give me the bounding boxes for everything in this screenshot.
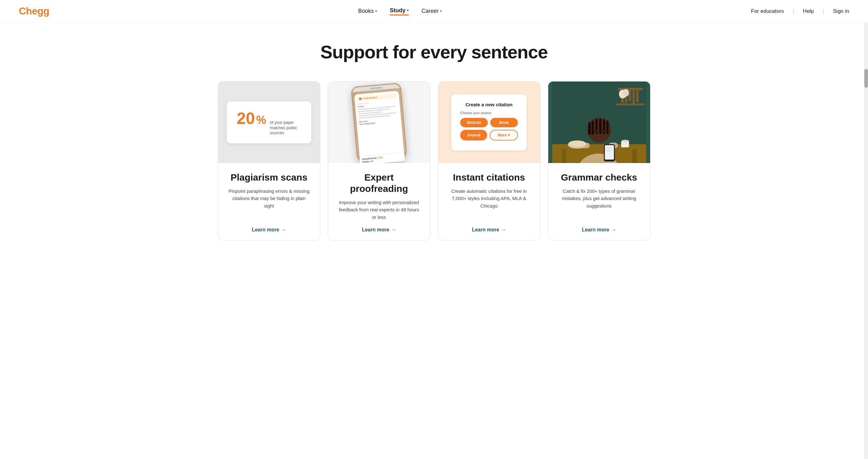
svg-rect-16 [591,121,594,135]
svg-rect-20 [606,120,609,134]
citations-card: Create a new citation Choose your source… [438,81,540,241]
arrow-icon: → [501,227,506,233]
nav-career[interactable]: Career ▾ [421,8,442,14]
grammar-illustration [548,82,650,163]
phone-mockup: Expert feedback October 9, 2021 Hi Arya,… [351,83,407,162]
nav-books[interactable]: Books ▾ [358,8,377,14]
nav-sign-in[interactable]: Sign in [833,8,849,14]
svg-rect-12 [632,149,637,163]
svg-rect-4 [628,90,631,101]
citation-widget: Create a new citation Choose your source… [452,94,527,151]
svg-rect-5 [632,90,635,103]
proofreading-card: Expert feedback October 9, 2021 Hi Arya,… [328,81,430,241]
svg-point-33 [621,140,629,142]
plagiarism-percent: 20 % of your paper matches public source… [237,109,301,136]
svg-rect-6 [636,90,639,102]
nav-right: For educators | Help | Sign in [751,8,849,14]
grammar-card-desc: Catch & fix 200+ types of grammar mistak… [557,187,641,221]
chevron-down-icon: ▾ [440,9,442,13]
svg-point-21 [594,129,597,133]
plagiarism-percent-number: 20 [237,109,255,128]
chevron-down-icon: ▾ [375,9,377,13]
arrow-icon: → [611,227,616,233]
svg-rect-15 [588,122,591,135]
plagiarism-learn-more[interactable]: Learn more → [227,227,311,233]
svg-rect-27 [605,147,613,148]
scrollbar[interactable] [864,0,868,459]
grammar-learn-more[interactable]: Learn more → [557,227,641,233]
scrollbar-thumb[interactable] [864,69,868,88]
citation-source-label: Choose your source: [460,111,518,115]
citation-buttons-row1: Website Book [460,118,518,127]
grammar-card-title: Grammar checks [557,172,641,183]
svg-rect-18 [599,119,601,134]
citations-card-title: Instant citations [447,172,531,183]
arrow-icon: → [281,227,286,233]
page-title: Support for every sentence [218,41,650,62]
cite-journal-button[interactable]: Journal [460,130,487,141]
arrow-icon: → [391,227,396,233]
proofreading-card-body: Expert proofreading Improve your writing… [328,163,430,240]
plagiarism-percent-text: of your paper matches public sources [270,120,301,136]
chevron-down-icon: ▾ [407,8,409,12]
plagiarism-card-image: 20 % of your paper matches public source… [218,82,320,163]
grammar-card: Grammar checks Catch & fix 200+ types of… [548,81,650,241]
nav-divider: | [793,8,794,14]
proofreading-card-title: Expert proofreading [337,172,421,194]
cards-grid: 20 % of your paper matches public source… [218,81,650,241]
svg-rect-11 [561,149,566,163]
cite-website-button[interactable]: Website [460,118,488,127]
grammar-card-image [548,82,650,163]
svg-rect-29 [605,151,612,151]
main-content: Support for every sentence 20 % of your … [199,23,669,266]
nav-divider-2: | [823,8,824,14]
citations-card-desc: Create automatic citations for free in 7… [447,187,531,221]
citation-buttons-row2: Journal More ▾ [460,130,518,141]
citation-widget-title: Create a new citation [460,102,518,107]
plagiarism-percent-sign: % [256,114,266,127]
citations-card-image: Create a new citation Choose your source… [438,82,540,163]
nav-help[interactable]: Help [803,8,814,14]
svg-point-31 [568,141,586,147]
nav-study[interactable]: Study ▾ [390,7,409,16]
plagiarism-card-title: Plagiarism scans [227,172,311,183]
citations-card-body: Instant citations Create automatic citat… [438,163,540,240]
phone-screen: Expert feedback October 9, 2021 Hi Arya,… [354,91,405,162]
svg-point-9 [623,89,629,97]
proofreading-card-desc: Improve your writing with personalized f… [337,199,421,221]
plagiarism-card: 20 % of your paper matches public source… [218,81,320,241]
svg-rect-28 [605,149,612,150]
logo[interactable]: Chegg [19,5,49,17]
cite-book-button[interactable]: Book [490,118,518,127]
citations-learn-more[interactable]: Learn more → [447,227,531,233]
svg-rect-7 [616,103,645,105]
cite-more-button[interactable]: More ▾ [490,130,518,141]
proofreading-learn-more[interactable]: Learn more → [337,227,421,233]
svg-point-22 [601,129,604,133]
plagiarism-widget: 20 % of your paper matches public source… [227,101,311,144]
nav-for-educators[interactable]: For educators [751,8,784,14]
plagiarism-card-desc: Pinpoint paraphrasing errors & missing c… [227,187,311,221]
main-nav: Books ▾ Study ▾ Career ▾ [358,7,442,16]
header: Chegg Books ▾ Study ▾ Career ▾ For educa… [0,0,868,23]
proofreading-card-image: Expert feedback October 9, 2021 Hi Arya,… [328,82,430,163]
grammar-card-body: Grammar checks Catch & fix 200+ types of… [548,163,650,240]
plagiarism-card-body: Plagiarism scans Pinpoint paraphrasing e… [218,163,320,240]
